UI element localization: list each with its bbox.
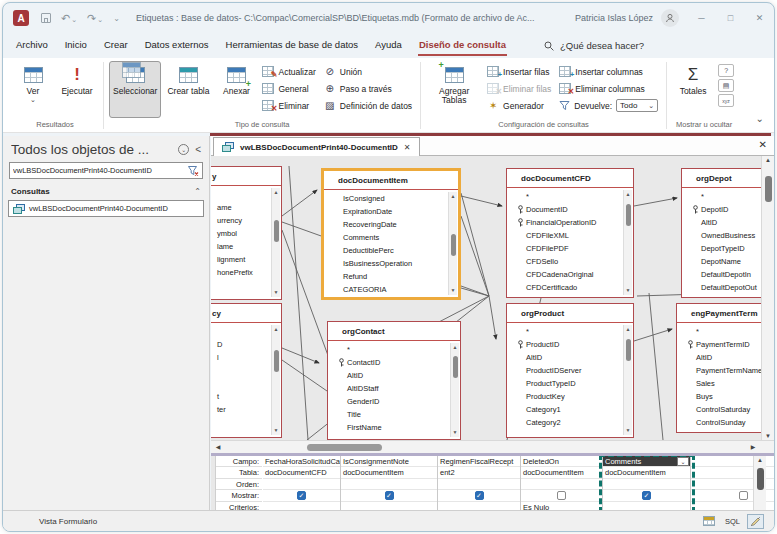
query-design-canvas[interactable]: yameurrencyymbollamelignmenthonePrefix▲▼… — [211, 156, 774, 440]
builder-button[interactable]: ✶ Generador — [484, 98, 554, 113]
grid-column-RegimenFiscalRecept[interactable]: RegimenFiscalReceptent2✓ — [438, 456, 521, 510]
field-CFDCertificado[interactable]: CFDCertificado — [507, 281, 622, 294]
field-*[interactable]: * — [507, 190, 622, 203]
field-*[interactable]: * — [677, 325, 774, 338]
run-button[interactable]: ! Ejecutar — [56, 61, 98, 118]
save-icon[interactable] — [41, 13, 51, 23]
table-names-button[interactable]: xyz — [718, 94, 734, 107]
table-cell[interactable]: docDocumentItem — [341, 467, 437, 478]
table-scrollbar[interactable]: ▲▼ — [623, 190, 632, 295]
append-button[interactable]: + Anexar — [215, 61, 257, 118]
checkbox-unchecked[interactable] — [739, 491, 748, 500]
menu-tab-inicio[interactable]: Inicio — [64, 35, 88, 56]
scroll-up-icon[interactable]: ▲ — [624, 191, 632, 198]
field-cell[interactable]: IsConsignmentNote — [341, 456, 437, 467]
scroll-down-icon[interactable]: ▼ — [272, 289, 280, 296]
delete-columns-button[interactable]: ✕ Eliminar columnas — [556, 81, 661, 96]
menu-tab-datos-externos[interactable]: Datos externos — [144, 35, 210, 56]
checkbox-checked[interactable]: ✓ — [642, 491, 651, 500]
grid-column-DeletedOn[interactable]: DeletedOndocDocumentItemEs Nulo — [521, 456, 603, 510]
close-document-icon[interactable]: ✕ — [759, 139, 767, 150]
field-IsConsigned[interactable]: IsConsigned — [324, 192, 447, 205]
insert-rows-button[interactable]: + Insertar filas — [484, 64, 554, 79]
crosstab-query-button[interactable]: General — [259, 81, 318, 96]
scroll-up-icon[interactable]: ▲ — [451, 344, 459, 351]
field-CFDFilePDF[interactable]: CFDFilePDF — [507, 242, 622, 255]
field-ProductID[interactable]: ProductID — [507, 338, 622, 351]
nav-item-query[interactable]: vwLBSDocDocumentPrint40-DocumentID — [8, 200, 204, 217]
field-AltID[interactable]: AltID — [507, 351, 622, 364]
field-Sales[interactable]: Sales — [677, 377, 774, 390]
criteria-cell[interactable]: Es Nulo — [521, 502, 602, 510]
table-orgContact[interactable]: orgContact*ContactIDAltIDAltIDStaffGende… — [327, 321, 461, 440]
show-checkbox-cell[interactable]: ✓ — [603, 490, 690, 501]
insert-columns-button[interactable]: + Insertar columnas — [556, 64, 661, 79]
table-docDocumentItem[interactable]: docDocumentItemIsConsignedExpirationDate… — [321, 168, 461, 300]
clear-filter-icon[interactable] — [187, 165, 199, 177]
add-tables-button[interactable]: + Agregar Tablas — [426, 61, 482, 118]
scroll-up-icon[interactable]: ▲ — [449, 193, 457, 200]
scroll-down-icon[interactable]: ▼ — [272, 427, 280, 434]
nav-search-input[interactable]: vwLBSDocDocumentPrint40-DocumentID — [13, 166, 187, 175]
return-select[interactable]: Todo ⌄ — [616, 99, 658, 112]
scroll-up-icon[interactable]: ▲ — [754, 457, 766, 463]
field-*[interactable]: * — [507, 325, 622, 338]
field-IsBusinessOperation[interactable]: IsBusinessOperation — [324, 257, 447, 270]
field-ExpirationDate[interactable]: ExpirationDate — [324, 205, 447, 218]
redo-button[interactable]: ↷⌄ — [87, 12, 103, 25]
scroll-right-icon[interactable]: ▶ — [747, 441, 759, 453]
field-ProductTypeID[interactable]: ProductTypeID — [507, 377, 622, 390]
undo-button[interactable]: ↶⌄ — [61, 12, 77, 25]
update-query-button[interactable]: ✎ Actualizar — [259, 64, 318, 79]
field-CATEGORIA[interactable]: CATEGORIA — [324, 283, 447, 295]
criteria-cell[interactable] — [341, 502, 437, 510]
field-blank[interactable] — [211, 364, 270, 377]
sort-cell[interactable] — [603, 479, 690, 490]
scroll-left-icon[interactable]: ◀ — [212, 441, 224, 453]
field-l[interactable]: l — [211, 351, 270, 364]
field-ProductKey[interactable]: ProductKey — [507, 390, 622, 403]
field-lignment[interactable]: lignment — [211, 253, 270, 266]
field-cell[interactable]: DeletedOn — [521, 456, 602, 467]
table-scrollbar[interactable]: ▲▼ — [623, 325, 632, 435]
field-Title[interactable]: Title — [328, 408, 449, 421]
show-checkbox-cell[interactable]: ✓ — [438, 490, 520, 501]
field-CFDCadenaOriginal[interactable]: CFDCadenaOriginal — [507, 268, 622, 281]
field-Category1[interactable]: Category1 — [507, 403, 622, 416]
avatar[interactable] — [661, 9, 679, 27]
parameters-button[interactable]: ? — [718, 64, 734, 77]
field-D[interactable]: D — [211, 338, 270, 351]
show-checkbox-cell[interactable]: ✓ — [263, 490, 340, 501]
checkbox-unchecked[interactable] — [557, 491, 566, 500]
shutter-bar-close-icon[interactable]: < — [195, 144, 201, 155]
field-ter[interactable]: ter — [211, 403, 270, 416]
canvas-vertical-scrollbar[interactable]: ▲ ▼ — [761, 156, 774, 440]
tab-close-icon[interactable]: ✕ — [404, 143, 411, 152]
tell-me-search[interactable]: ¿Qué desea hacer? — [544, 40, 644, 51]
scroll-up-icon[interactable]: ▲ — [272, 326, 280, 333]
field-PaymentTermName[interactable]: PaymentTermName — [677, 364, 774, 377]
table-docDocumentCFD[interactable]: docDocumentCFD*DocumentIDFinancialOperat… — [506, 168, 634, 298]
nav-group-consultas[interactable]: Consultas ⌃ — [3, 183, 209, 198]
minimize-button[interactable]: ─ — [687, 3, 716, 33]
table-cell[interactable]: ent2 — [438, 467, 520, 478]
field-urrency[interactable]: urrency — [211, 214, 270, 227]
show-checkbox-cell[interactable]: ✓ — [341, 490, 437, 501]
nav-menu-icon[interactable]: ⌄ — [178, 144, 189, 155]
table-orgProduct[interactable]: orgProduct*ProductIDAltIDProductIDServer… — [506, 303, 634, 438]
field-ymbol[interactable]: ymbol — [211, 227, 270, 240]
field-Comments[interactable]: Comments — [324, 231, 447, 244]
grid-column-Comments[interactable]: Comments⌄docDocumentItem✓ — [603, 456, 691, 510]
select-query-button[interactable]: Seleccionar — [109, 61, 161, 118]
field-ContactID[interactable]: ContactID — [328, 356, 449, 369]
property-sheet-button[interactable]: ▤ — [718, 79, 734, 92]
field-CFDFileXML[interactable]: CFDFileXML — [507, 229, 622, 242]
collapse-ribbon-chevron[interactable]: ⌄ — [756, 113, 764, 124]
table-scrollbar[interactable]: ▲▼ — [448, 192, 457, 295]
field-t[interactable]: t — [211, 390, 270, 403]
field-DocumentID[interactable]: DocumentID — [507, 203, 622, 216]
sort-cell[interactable] — [438, 479, 520, 490]
scroll-up-icon[interactable]: ▲ — [762, 157, 774, 163]
field-cell[interactable]: Comments⌄ — [603, 456, 690, 467]
table-cell[interactable]: docDocumentCFD — [263, 467, 340, 478]
